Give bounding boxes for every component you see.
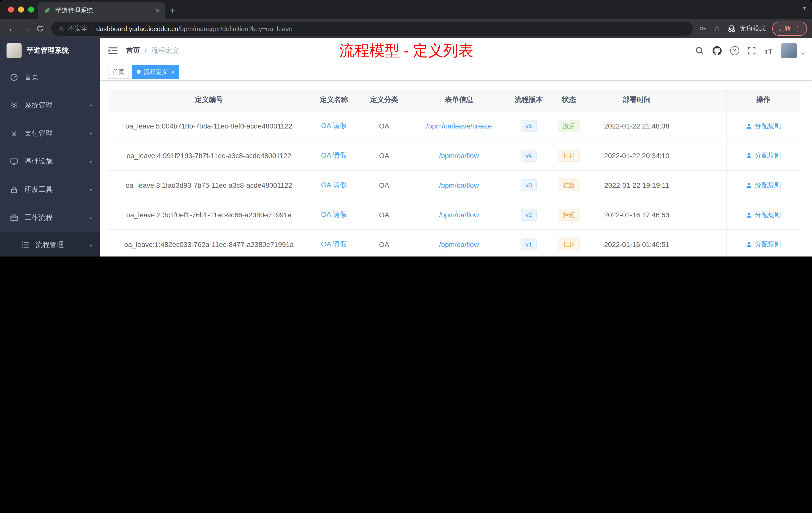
fullscreen-window-button[interactable] [28,6,34,12]
url-text: dashboard.yudao.iocoder.cn/bpm/manager/d… [96,25,292,32]
person-icon [746,123,752,129]
cell-category: OA [358,152,410,160]
cell-definition-id: oa_leave:3:1fad3d93-7b75-11ec-a3c8-acde4… [109,181,309,189]
sidebar-item-home[interactable]: 首页 [0,63,100,91]
sidebar-item-dev-tools[interactable]: 研发工具 [0,176,100,204]
cell-deploy-time: 2022-01-22 19:19:11 [588,181,685,189]
active-tag-dot [137,70,141,74]
list-icon [22,241,30,249]
person-icon [746,241,752,248]
definition-table: 定义编号 定义名称 定义分类 表单信息 流程版本 状态 部署时间 操作 oa_l… [109,89,800,256]
definition-name-link[interactable]: OA 请假 [321,151,347,160]
cell-definition-id: oa_leave:1:482ec033-762a-11ec-8477-a2380… [109,240,309,248]
breadcrumb-separator [145,47,147,54]
chevron-up-icon [90,216,92,220]
lock-icon [10,186,18,194]
form-link[interactable]: /bpm/oa/flow [439,181,479,189]
col-category: 定义分类 [358,95,410,104]
logo-title: 芋道管理系统 [27,46,69,55]
status-tag: 挂起 [558,238,580,250]
cell-category: OA [358,211,410,219]
app-header: 首页 流程定义 流程模型 - 定义列表 [100,38,812,63]
col-definition-id: 定义编号 [109,95,309,104]
briefcase-icon [10,214,18,222]
table-row: oa_leave:4:991f2193-7b7f-11ec-a3c8-acde4… [109,141,800,171]
assign-rule-link[interactable]: 分配规则 [746,121,781,130]
form-link[interactable]: /bpm/oa/flow [439,240,479,248]
sidebar-item-infrastructure[interactable]: 基础设施 [0,148,100,176]
definition-name-link[interactable]: OA 请假 [321,210,347,219]
form-link[interactable]: /bpm/oa/flow [439,152,479,160]
definition-name-link[interactable]: OA 请假 [321,121,347,130]
update-label: 更新 [778,24,791,33]
definition-name-link[interactable]: OA 请假 [321,240,347,249]
help-icon[interactable] [730,46,739,55]
sidebar-item-payment-management[interactable]: 支付管理 [0,119,100,148]
version-tag: v4 [521,150,537,162]
security-warning-icon [58,25,64,32]
sidebar-item-system-management[interactable]: 系统管理 [0,91,100,119]
incognito-icon [727,24,736,33]
version-tag: v3 [521,179,537,191]
col-actions: 操作 [726,89,800,111]
status-tag: 挂起 [558,150,580,162]
close-window-button[interactable] [8,6,14,12]
sidebar-item-process-management[interactable]: 流程管理 [0,232,100,256]
cell-category: OA [358,240,410,248]
table-header-row: 定义编号 定义名称 定义分类 表单信息 流程版本 状态 部署时间 操作 [109,89,800,112]
font-size-icon[interactable] [764,47,773,55]
url-host: dashboard.yudao.iocoder.cn [96,25,178,32]
user-avatar[interactable] [781,43,797,58]
tag-process-definition[interactable]: 流程定义 [132,65,179,79]
github-icon[interactable] [713,46,722,55]
logo-avatar [6,43,22,58]
browser-menu-icon[interactable] [794,25,802,32]
incognito-label: 无痕模式 [740,24,766,33]
bookmark-star-icon[interactable] [713,25,721,33]
main-content: 首页 流程定义 流程模型 - 定义列表 首页 [100,38,812,256]
form-link[interactable]: /bpm/oa/leave/create [426,122,492,130]
search-icon[interactable] [695,46,704,55]
definition-name-link[interactable]: OA 请假 [321,181,347,190]
version-tag: v2 [521,209,537,221]
breadcrumb: 首页 流程定义 [126,46,179,55]
tag-close-icon[interactable] [171,68,174,75]
chevron-down-icon [90,131,92,136]
cell-definition-id: oa_leave:5:004b710b-7b8a-11ec-8ef0-acde4… [109,122,309,130]
sidebar-toggle-button[interactable] [108,46,118,56]
assign-rule-link[interactable]: 分配规则 [746,210,781,219]
fullscreen-icon[interactable] [748,47,756,55]
person-icon [746,182,752,188]
avatar-caret-icon[interactable] [802,52,804,56]
new-tab-button[interactable] [170,6,175,16]
update-button[interactable]: 更新 [772,22,807,36]
sidebar: 芋道管理系统 首页 系统管理 支付管理 基础设施 [0,38,100,256]
page-title: 流程模型 - 定义列表 [339,40,473,61]
assign-rule-link[interactable]: 分配规则 [746,151,781,160]
tab-close-icon[interactable] [156,7,160,14]
sidebar-logo[interactable]: 芋道管理系统 [0,38,100,63]
assign-rule-link[interactable]: 分配规则 [746,181,781,190]
browser-tab[interactable]: 芋道管理系统 [38,2,165,19]
reload-button[interactable] [33,22,47,36]
form-link[interactable]: /bpm/oa/flow [439,211,479,219]
tab-search-icon[interactable] [803,5,806,11]
minimize-window-button[interactable] [18,6,24,12]
tab-strip: 芋道管理系统 [0,0,812,19]
workflow-submenu: 流程管理 流程表单 用户分组 流程模型 任务管理 [0,232,100,256]
table-row: oa_leave:2:3c1f0ef1-76b1-11ec-9c66-a2380… [109,200,800,230]
back-button[interactable] [5,22,19,36]
site-favicon-icon [43,6,51,14]
sidebar-item-workflow[interactable]: 工作流程 [0,204,100,232]
tag-home[interactable]: 首页 [108,65,129,79]
col-status: 状态 [549,95,588,104]
forward-button[interactable] [19,22,33,36]
yen-icon [10,130,18,137]
address-bar[interactable]: 不安全 dashboard.yudao.iocoder.cn/bpm/manag… [51,22,693,36]
breadcrumb-home[interactable]: 首页 [126,46,140,55]
assign-rule-link[interactable]: 分配规则 [746,240,781,249]
chevron-down-icon [90,159,92,164]
version-tag: v5 [521,120,537,132]
status-tag: 挂起 [558,179,580,191]
key-icon[interactable] [699,25,707,33]
